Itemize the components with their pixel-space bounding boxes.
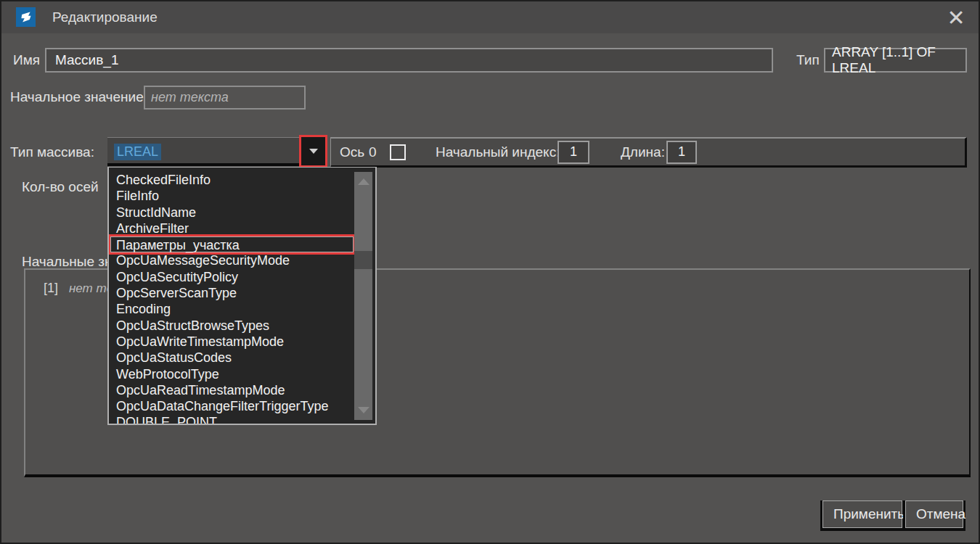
dropdown-item[interactable]: OpcUaSecutityPolicy [116,269,352,285]
type-value-box: ARRAY [1..1] OF LREAL [824,48,967,73]
array-type-label: Тип массива: [10,144,94,160]
dropdown-item[interactable]: OpcServerScanType [116,285,352,301]
length-input[interactable]: 1 [666,141,697,164]
cancel-button[interactable]: Отмена [905,500,963,528]
combobox-dropdown-button[interactable] [301,137,325,165]
dialog-title: Редактирование [52,1,158,33]
dropdown-item[interactable]: Encoding [116,301,352,317]
app-logo-icon [18,9,33,25]
dropdown-item[interactable]: OpcUaDataChangeFilterTriggerType [116,398,352,414]
dropdown-item[interactable]: OpcUaReadTimestampMode [116,382,352,398]
start-index-input[interactable]: 1 [558,141,589,164]
initial-value-label: Начальное значение [10,89,144,105]
axis-label: Ось [340,144,364,160]
dropdown-item[interactable]: DOUBLE_POINT [116,414,352,425]
dropdown-item[interactable]: ArchiveFilter [116,221,352,236]
apply-button-frame: Применить [820,500,905,531]
initial-value-input[interactable] [144,86,306,110]
dropdown-list: CheckedFileInfoFileInfoStructIdNameArchi… [109,168,375,424]
dropdown-item-highlighted[interactable]: Параметры_участка [110,236,354,252]
array-type-selected-value: LREAL [114,144,161,160]
name-input[interactable] [45,48,773,73]
dropdown-item[interactable]: OpcUaStructBrowseTypes [116,318,352,334]
cancel-button-frame: Отмена [903,500,965,531]
dropdown-item[interactable]: CheckedFileInfo [116,172,352,188]
dropdown-item[interactable]: OpcUaWriteTimestampMode [116,334,352,350]
edit-dialog: Редактирование ✕ Имя Тип ARRAY [1..1] OF… [0,0,980,544]
annotation-red-box-combo-button [299,135,327,168]
dropdown-item[interactable]: FileInfo [116,188,352,204]
axis-checkbox[interactable] [390,144,406,160]
app-icon [16,7,36,27]
element-index-label: [1] [44,281,58,296]
axes-count-label: Кол-во осей [22,179,99,195]
dropdown-scrollbar[interactable] [354,172,372,420]
dropdown-item[interactable]: OpcUaStatusCodes [116,350,352,366]
dropdown-item[interactable]: StructIdName [116,205,352,221]
dropdown-item[interactable]: WebProtocolType [116,366,352,382]
chevron-down-icon [309,149,318,154]
scrollbar-thumb[interactable] [354,251,372,269]
axis-number: 0 [369,144,377,160]
type-dropdown-list: CheckedFileInfoFileInfoStructIdNameArchi… [107,167,377,425]
titlebar: Редактирование ✕ [1,1,979,33]
name-label: Имя [13,52,40,68]
start-index-label: Начальный индекс: [436,144,560,160]
axis-panel: Ось 0 Начальный индекс: 1 Длина: 1 [330,137,967,168]
apply-button[interactable]: Применить [822,500,902,528]
array-type-combobox[interactable]: LREAL [107,137,326,166]
scroll-down-icon[interactable] [358,407,369,413]
type-label: Тип [796,52,820,68]
dropdown-item[interactable]: OpcUaMessageSecurityMode [116,252,352,268]
length-label: Длина: [621,144,665,160]
scroll-up-icon[interactable] [358,178,369,185]
close-icon[interactable]: ✕ [942,4,970,32]
